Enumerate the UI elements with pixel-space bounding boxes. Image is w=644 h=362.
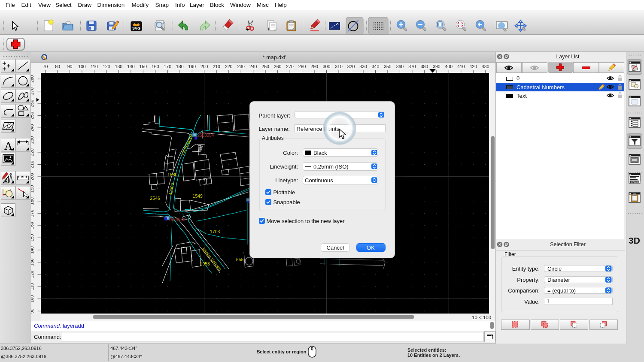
svg-text:360: 360 bbox=[396, 64, 404, 69]
svg-text:555: 555 bbox=[236, 257, 244, 262]
svg-text:170: 170 bbox=[31, 209, 34, 217]
svg-text:280: 280 bbox=[31, 75, 34, 83]
svg-text:260: 260 bbox=[274, 64, 282, 69]
svg-text:1703: 1703 bbox=[210, 229, 220, 234]
svg-text:270: 270 bbox=[286, 64, 294, 69]
svg-text:+: + bbox=[246, 26, 249, 33]
svg-text:390: 390 bbox=[433, 64, 440, 69]
svg-text:250: 250 bbox=[261, 64, 269, 69]
svg-text:430: 430 bbox=[482, 64, 489, 69]
svg-text:c:\command: c:\command bbox=[631, 181, 641, 183]
svg-text:2563284: 2563284 bbox=[197, 133, 214, 138]
svg-text:180: 180 bbox=[176, 64, 184, 69]
svg-text:320: 320 bbox=[347, 64, 355, 69]
svg-text:110: 110 bbox=[31, 283, 34, 290]
svg-text:1953: 1953 bbox=[200, 261, 210, 266]
svg-text:290: 290 bbox=[310, 64, 318, 69]
svg-text:230: 230 bbox=[31, 136, 34, 144]
svg-text:310: 310 bbox=[335, 64, 343, 69]
svg-text:110: 110 bbox=[91, 64, 98, 69]
svg-text:1549: 1549 bbox=[193, 193, 203, 199]
svg-text:170: 170 bbox=[164, 64, 172, 69]
svg-text:370: 370 bbox=[408, 64, 416, 69]
svg-text:200: 200 bbox=[200, 64, 208, 69]
svg-text:240: 240 bbox=[31, 124, 34, 132]
svg-text:210: 210 bbox=[213, 64, 220, 69]
svg-text:70: 70 bbox=[43, 64, 48, 69]
svg-text:+: + bbox=[267, 26, 270, 32]
svg-text:100: 100 bbox=[78, 64, 86, 69]
svg-text:220: 220 bbox=[31, 148, 34, 156]
svg-text:160: 160 bbox=[152, 64, 159, 69]
svg-text:180: 180 bbox=[31, 197, 34, 205]
svg-text:200: 200 bbox=[31, 173, 34, 181]
svg-text:90: 90 bbox=[67, 64, 73, 69]
svg-text:380: 380 bbox=[421, 64, 428, 69]
svg-text:230: 230 bbox=[237, 64, 245, 69]
svg-text:340: 340 bbox=[372, 64, 380, 69]
svg-text:410: 410 bbox=[457, 64, 465, 69]
svg-text:130: 130 bbox=[31, 258, 34, 266]
svg-text:140: 140 bbox=[31, 246, 34, 254]
svg-text:100: 100 bbox=[31, 295, 34, 303]
svg-text:160: 160 bbox=[31, 222, 34, 229]
svg-text:330: 330 bbox=[359, 64, 367, 69]
svg-text:2546: 2546 bbox=[150, 196, 161, 201]
svg-text:350: 350 bbox=[384, 64, 392, 69]
svg-text:130: 130 bbox=[115, 64, 123, 69]
svg-text:120: 120 bbox=[103, 64, 110, 69]
svg-text:250: 250 bbox=[31, 112, 34, 120]
svg-text:270: 270 bbox=[31, 87, 34, 95]
svg-text:260: 260 bbox=[31, 100, 34, 107]
svg-text:150: 150 bbox=[140, 64, 147, 69]
svg-text:140: 140 bbox=[127, 64, 135, 69]
svg-text:190: 190 bbox=[188, 64, 196, 69]
svg-text:150: 150 bbox=[31, 234, 34, 241]
svg-text:190: 190 bbox=[31, 185, 34, 193]
svg-text:210: 210 bbox=[31, 161, 34, 169]
svg-text:240: 240 bbox=[249, 64, 257, 69]
svg-text:1580: 1580 bbox=[167, 172, 178, 177]
svg-text:90: 90 bbox=[31, 308, 34, 314]
svg-text:80: 80 bbox=[55, 64, 60, 69]
svg-text:300: 300 bbox=[323, 64, 331, 69]
svg-text:120: 120 bbox=[31, 271, 34, 278]
svg-text:400: 400 bbox=[445, 64, 453, 69]
svg-text:420: 420 bbox=[470, 64, 477, 69]
svg-text:220: 220 bbox=[225, 64, 233, 69]
svg-text:280: 280 bbox=[298, 64, 306, 69]
svg-text:SVG: SVG bbox=[132, 26, 140, 30]
